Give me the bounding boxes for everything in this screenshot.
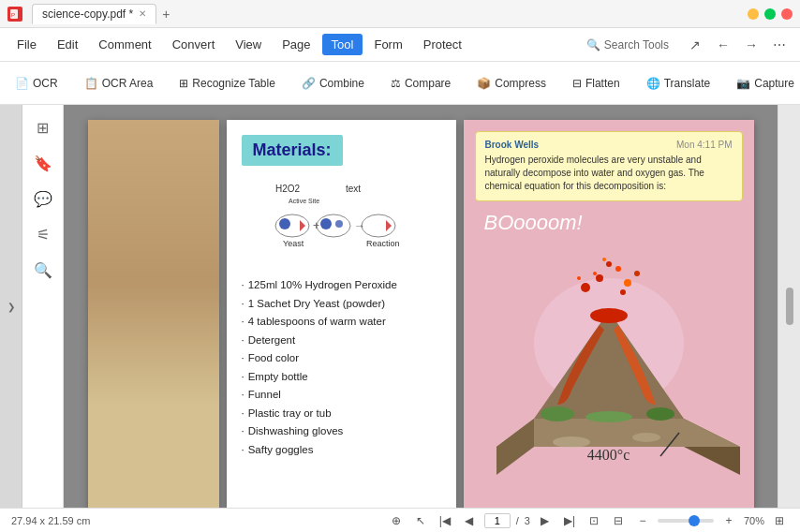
back-button[interactable]: ← (710, 32, 736, 58)
recognize-table-icon: ⊞ (179, 77, 188, 90)
title-bar-controls (748, 8, 793, 20)
compare-button[interactable]: ⚖ Compare (383, 72, 458, 95)
ocr-label: OCR (33, 77, 58, 90)
fit-page-button[interactable]: ⊡ (585, 511, 603, 530)
svg-marker-32 (496, 419, 534, 475)
status-bar: 27.94 x 21.59 cm ⊕ ↖ |◀ ◀ 1 / 3 ▶ ▶| ⊡ ⊟… (0, 508, 800, 532)
svg-point-26 (634, 271, 640, 276)
sidebar-icon-bookmark[interactable]: 🔖 (28, 148, 58, 178)
list-item: ·Dishwashing gloves (242, 422, 441, 441)
page-materials: Materials: H2O2 text Active Site (227, 120, 456, 508)
search-tools[interactable]: 🔍 Search Tools (579, 35, 676, 55)
next-page-button[interactable]: ▶ (536, 511, 555, 530)
right-sidebar (778, 105, 800, 508)
sidebar-icon-pages[interactable]: ⊞ (28, 112, 58, 142)
menu-comment[interactable]: Comment (89, 34, 160, 55)
menu-view[interactable]: View (226, 34, 271, 55)
list-item: ·4 tablespoons of warm water (242, 313, 441, 332)
annotation-time: Mon 4:11 PM (676, 140, 732, 150)
first-page-button[interactable]: |◀ (436, 511, 454, 530)
left-sidebar: ⊞ 🔖 💬 ⚟ 🔍 (22, 105, 64, 508)
volcano-container (475, 231, 743, 475)
flatten-button[interactable]: ⊟ Flatten (565, 72, 628, 95)
svg-text:Reaction: Reaction (366, 239, 400, 248)
fit-mode-button[interactable]: ⊞ (770, 511, 789, 530)
svg-text:Active Site: Active Site (289, 198, 319, 204)
volcano-svg (478, 231, 740, 475)
scrollbar-thumb[interactable] (786, 288, 793, 325)
svg-point-27 (577, 276, 581, 280)
capture-icon: 📷 (736, 77, 750, 90)
forward-button[interactable]: → (738, 32, 764, 58)
menu-convert[interactable]: Convert (163, 34, 225, 55)
zoom-slider[interactable] (658, 519, 714, 523)
ocr-icon: 📄 (15, 77, 29, 90)
svg-text:H2O2: H2O2 (275, 184, 301, 194)
list-item: ·Funnel (242, 386, 441, 405)
ocr-area-icon: 📋 (84, 77, 98, 90)
svg-point-33 (541, 406, 574, 421)
menu-tool[interactable]: Tool (322, 34, 363, 55)
svg-text:text: text (346, 184, 361, 194)
svg-point-36 (553, 436, 590, 448)
prev-page-button[interactable]: ◀ (460, 511, 479, 530)
fit-width-button[interactable]: ⊟ (609, 511, 628, 530)
annotation-author: Brook Wells (485, 140, 540, 150)
tab-container: science-copy.pdf * ✕ + (32, 4, 175, 24)
ocr-area-button[interactable]: 📋 OCR Area (77, 72, 161, 95)
sidebar-icon-layers[interactable]: ⚟ (28, 219, 58, 249)
svg-point-25 (602, 258, 606, 261)
external-link-button[interactable]: ↗ (682, 32, 708, 58)
ocr-button[interactable]: 📄 OCR (7, 72, 66, 95)
last-page-button[interactable]: ▶| (560, 511, 579, 530)
minimize-button[interactable] (748, 8, 759, 20)
title-bar: P science-copy.pdf * ✕ + (0, 0, 800, 28)
ocr-area-label: OCR Area (102, 77, 154, 90)
tab-close-button[interactable]: ✕ (139, 8, 146, 19)
menu-form[interactable]: Form (364, 34, 411, 55)
cursor-tool-button[interactable]: ⊕ (387, 511, 406, 530)
select-tool-button[interactable]: ↖ (411, 511, 430, 530)
svg-point-6 (279, 218, 290, 229)
flatten-label: Flatten (585, 77, 620, 90)
capture-button[interactable]: 📷 Capture (729, 72, 800, 95)
translate-label: Translate (664, 77, 711, 90)
translate-icon: 🌐 (646, 77, 660, 90)
menu-file[interactable]: File (7, 34, 46, 55)
svg-point-19 (615, 266, 621, 272)
recognize-table-button[interactable]: ⊞ Recognize Table (171, 72, 283, 95)
title-bar-left: P science-copy.pdf * ✕ + (7, 4, 175, 24)
menu-protect[interactable]: Protect (414, 34, 471, 55)
new-tab-button[interactable]: + (156, 7, 175, 22)
sidebar-icon-search[interactable]: 🔍 (28, 255, 58, 285)
diagram-svg: H2O2 text Active Site (266, 181, 416, 265)
svg-text:Yeast: Yeast (283, 239, 304, 248)
zoom-out-button[interactable]: − (633, 511, 652, 530)
diagram-area: H2O2 text Active Site (242, 181, 441, 269)
menu-page[interactable]: Page (273, 34, 319, 55)
page-separator: / (516, 515, 519, 526)
active-tab[interactable]: science-copy.pdf * ✕ (32, 4, 156, 24)
maximize-button[interactable] (764, 8, 776, 20)
menu-bar: File Edit Comment Convert View Page Tool… (0, 28, 800, 62)
combine-button[interactable]: 🔗 Combine (294, 72, 372, 95)
current-page-input[interactable]: 1 (484, 513, 511, 528)
close-button[interactable] (781, 8, 793, 20)
translate-button[interactable]: 🌐 Translate (639, 72, 719, 95)
menu-edit[interactable]: Edit (48, 34, 87, 55)
left-panel-toggle[interactable]: ❯ (0, 105, 22, 508)
annotation-header: Brook Wells Mon 4:11 PM (485, 140, 733, 150)
svg-point-29 (590, 308, 628, 323)
sidebar-icon-comment[interactable]: 💬 (28, 184, 58, 214)
svg-point-20 (581, 283, 590, 292)
zoom-in-button[interactable]: + (719, 511, 738, 530)
app-icon: P (7, 7, 22, 22)
materials-list: ·125ml 10% Hydrogen Peroxide ·1 Sachet D… (242, 276, 441, 459)
content-area[interactable]: Materials: H2O2 text Active Site (64, 105, 778, 508)
total-pages: 3 (525, 515, 530, 526)
page-volcano: Brook Wells Mon 4:11 PM Hydrogen peroxid… (464, 120, 754, 508)
annotation-box[interactable]: Brook Wells Mon 4:11 PM Hydrogen peroxid… (475, 131, 743, 201)
compress-button[interactable]: 📦 Compress (469, 72, 554, 95)
more-button[interactable]: ⋯ (766, 32, 793, 58)
pages-container: Materials: H2O2 text Active Site (81, 112, 762, 508)
